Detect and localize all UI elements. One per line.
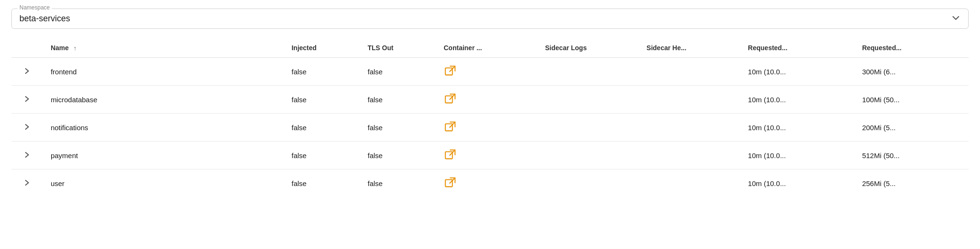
row-injected: false: [284, 142, 360, 169]
row-container-link[interactable]: [436, 169, 537, 197]
row-name: user: [43, 169, 284, 197]
row-requested2: 200Mi (5...: [854, 114, 969, 142]
svg-rect-6: [445, 152, 453, 159]
col-header-expand: [11, 38, 43, 58]
row-expand-toggle[interactable]: [11, 169, 43, 197]
col-header-sidecar-logs[interactable]: Sidecar Logs: [537, 38, 639, 58]
col-header-tls-out[interactable]: TLS Out: [360, 38, 436, 58]
table-row: frontendfalsefalse 10m (10.0...300Mi (6.…: [11, 58, 969, 86]
row-injected: false: [284, 114, 360, 142]
chevron-right-icon[interactable]: [23, 95, 31, 103]
row-requested1: 10m (10.0...: [740, 58, 854, 86]
chevron-right-icon[interactable]: [23, 179, 31, 187]
external-link-icon[interactable]: [444, 120, 457, 133]
row-requested1: 10m (10.0...: [740, 86, 854, 114]
row-name: notifications: [43, 114, 284, 142]
row-tls-out: false: [360, 58, 436, 86]
row-expand-toggle[interactable]: [11, 142, 43, 169]
svg-rect-8: [445, 180, 453, 187]
col-header-sidecar-he[interactable]: Sidecar He...: [639, 38, 740, 58]
col-header-requested1[interactable]: Requested...: [740, 38, 854, 58]
row-requested2: 100Mi (50...: [854, 86, 969, 114]
row-sidecar-he: [639, 114, 740, 142]
row-expand-toggle[interactable]: [11, 58, 43, 86]
external-link-icon[interactable]: [444, 148, 457, 161]
chevron-right-icon[interactable]: [23, 67, 31, 75]
chevron-right-icon[interactable]: [23, 151, 31, 159]
row-sidecar-logs: [537, 114, 639, 142]
col-header-requested2[interactable]: Requested...: [854, 38, 969, 58]
namespace-selector[interactable]: Namespace beta-services: [11, 9, 969, 29]
row-container-link[interactable]: [436, 86, 537, 114]
row-requested2: 512Mi (50...: [854, 142, 969, 169]
col-header-name[interactable]: Name ↑: [43, 38, 284, 58]
col-header-injected[interactable]: Injected: [284, 38, 360, 58]
row-injected: false: [284, 58, 360, 86]
row-tls-out: false: [360, 169, 436, 197]
row-requested1: 10m (10.0...: [740, 142, 854, 169]
row-expand-toggle[interactable]: [11, 114, 43, 142]
svg-rect-0: [445, 68, 453, 75]
row-container-link[interactable]: [436, 114, 537, 142]
row-container-link[interactable]: [436, 58, 537, 86]
table-row: paymentfalsefalse 10m (10.0...512Mi (50.…: [11, 142, 969, 169]
row-tls-out: false: [360, 142, 436, 169]
svg-rect-2: [445, 96, 453, 103]
svg-rect-4: [445, 124, 453, 131]
sort-asc-icon: ↑: [73, 44, 77, 52]
row-name: payment: [43, 142, 284, 169]
row-expand-toggle[interactable]: [11, 86, 43, 114]
table-row: microdatabasefalsefalse 10m (10.0...100M…: [11, 86, 969, 114]
table-row: userfalsefalse 10m (10.0...256Mi (5...: [11, 169, 969, 197]
row-sidecar-logs: [537, 142, 639, 169]
namespace-label: Namespace: [18, 4, 52, 11]
row-injected: false: [284, 86, 360, 114]
row-sidecar-he: [639, 86, 740, 114]
external-link-icon[interactable]: [444, 92, 457, 106]
row-requested1: 10m (10.0...: [740, 114, 854, 142]
external-link-icon[interactable]: [444, 64, 457, 78]
row-requested1: 10m (10.0...: [740, 169, 854, 197]
row-injected: false: [284, 169, 360, 197]
row-name: frontend: [43, 58, 284, 86]
row-sidecar-logs: [537, 58, 639, 86]
row-tls-out: false: [360, 114, 436, 142]
row-requested2: 300Mi (6...: [854, 58, 969, 86]
namespace-value: beta-services: [19, 12, 70, 24]
row-name: microdatabase: [43, 86, 284, 114]
row-sidecar-he: [639, 169, 740, 197]
chevron-right-icon[interactable]: [23, 123, 31, 131]
row-sidecar-he: [639, 142, 740, 169]
row-tls-out: false: [360, 86, 436, 114]
row-container-link[interactable]: [436, 142, 537, 169]
table-row: notificationsfalsefalse 10m (10.0...200M…: [11, 114, 969, 142]
row-sidecar-logs: [537, 86, 639, 114]
col-header-container[interactable]: Container ...: [436, 38, 537, 58]
external-link-icon[interactable]: [444, 176, 457, 189]
row-sidecar-logs: [537, 169, 639, 197]
row-sidecar-he: [639, 58, 740, 86]
workloads-table: Name ↑ Injected TLS Out Container ... Si…: [11, 38, 969, 197]
table-header-row: Name ↑ Injected TLS Out Container ... Si…: [11, 38, 969, 58]
row-requested2: 256Mi (5...: [854, 169, 969, 197]
namespace-chevron-down-icon[interactable]: [951, 13, 961, 23]
page: Namespace beta-services Name ↑ Injected: [0, 0, 980, 249]
